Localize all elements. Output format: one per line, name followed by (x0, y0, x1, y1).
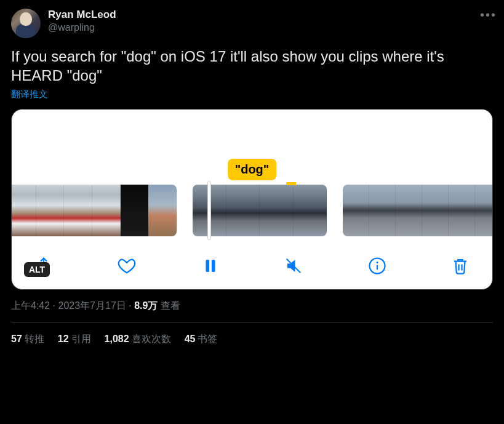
timeline-frame (36, 185, 65, 236)
avatar[interactable] (11, 9, 41, 38)
timeline-frame (422, 185, 449, 236)
heart-icon[interactable] (114, 254, 139, 278)
view-count: 8.9万 (134, 300, 158, 311)
timeline-frame (396, 185, 422, 236)
timeline-frame (121, 185, 149, 236)
pause-icon[interactable] (198, 254, 223, 278)
user-block[interactable]: Ryan McLeod @warpling (48, 9, 493, 34)
svg-rect-2 (212, 260, 215, 272)
quotes-stat[interactable]: 12引用 (58, 333, 91, 346)
view-label: 查看 (158, 300, 180, 311)
retweets-stat[interactable]: 57转推 (11, 333, 44, 346)
trash-icon[interactable] (448, 254, 473, 278)
timeline-frame (343, 185, 369, 236)
timeline-frame (449, 185, 475, 236)
svg-rect-1 (206, 260, 209, 272)
translate-link[interactable]: 翻译推文 (11, 89, 48, 100)
timeline-clip[interactable] (11, 185, 177, 236)
likes-stat[interactable]: 1,082喜欢次数 (105, 333, 171, 346)
display-name: Ryan McLeod (48, 9, 493, 21)
tweet-header: Ryan McLeod @warpling (11, 9, 493, 38)
more-options-button[interactable]: ••• (480, 9, 497, 21)
timeline-frame (260, 185, 294, 236)
timeline-frame (64, 185, 92, 236)
timeline-frame (11, 185, 36, 236)
timeline-frame (148, 185, 177, 236)
timeline-frame (475, 185, 492, 236)
alt-badge[interactable]: ALT (24, 262, 50, 277)
timeline-clip[interactable] (193, 185, 327, 236)
tweet-text: If you search for "dog" on iOS 17 it'll … (11, 47, 493, 85)
tweet-time[interactable]: 上午4:42 (11, 300, 50, 311)
mute-icon[interactable] (281, 254, 306, 278)
timeline-frame (294, 185, 327, 236)
tweet-container: Ryan McLeod @warpling ••• If you search … (0, 0, 504, 354)
tweet-date[interactable]: 2023年7月17日 (58, 300, 126, 311)
media-toolbar (12, 245, 492, 278)
video-playhead[interactable] (207, 181, 211, 240)
timeline-frame (92, 185, 121, 236)
caption-bubble: "dog" (228, 159, 277, 180)
info-icon[interactable] (365, 254, 390, 278)
bookmarks-stat[interactable]: 45书签 (185, 333, 218, 346)
caption-tick (286, 182, 296, 185)
svg-point-5 (376, 262, 378, 263)
media-card[interactable]: "dog" (11, 109, 493, 290)
timeline-clip[interactable] (343, 185, 492, 236)
tweet-meta: 上午4:42 · 2023年7月17日 · 8.9万 查看 (11, 300, 493, 323)
user-handle: @warpling (48, 22, 493, 33)
tweet-stats: 57转推 12引用 1,082喜欢次数 45书签 (11, 323, 493, 346)
timeline-frame (369, 185, 396, 236)
timeline-frame (226, 185, 260, 236)
